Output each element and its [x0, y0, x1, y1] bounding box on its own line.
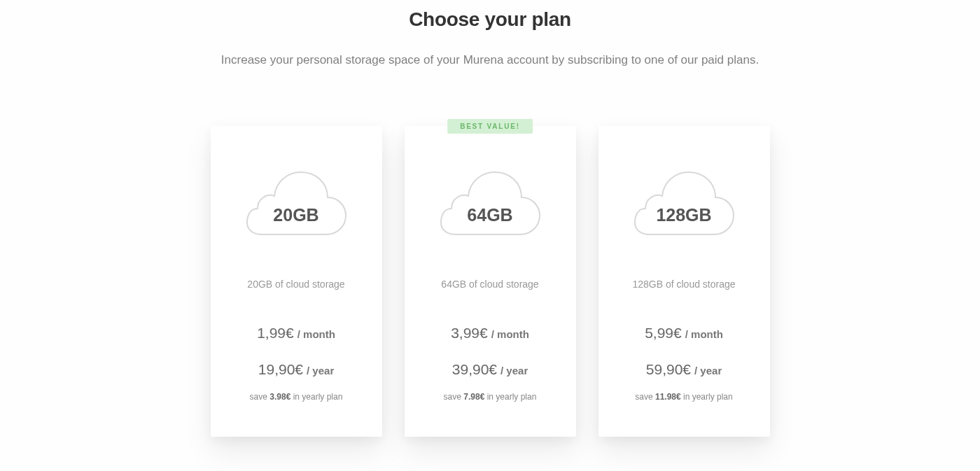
pricing-section: Choose your plan Increase your personal … [0, 0, 980, 437]
yearly-price: 39,90€ [452, 361, 497, 378]
yearly-price-row: 59,90€ / year [646, 361, 722, 378]
plan-size: 128GB [656, 205, 711, 225]
best-value-badge: BEST VALUE! [447, 119, 533, 134]
cloud-icon-wrap: 128GB [630, 168, 738, 244]
save-amount: 7.98€ [463, 392, 484, 402]
yearly-period: / year [307, 365, 334, 377]
cloud-icon-wrap: 20GB [242, 168, 351, 244]
save-amount: 11.98€ [655, 392, 681, 402]
yearly-price: 59,90€ [646, 361, 691, 378]
cloud-icon-wrap: 64GB [436, 168, 545, 244]
plan-description: 20GB of cloud storage [247, 279, 344, 290]
plan-card-20gb[interactable]: 20GB 20GB of cloud storage 1,99€ / month… [211, 126, 382, 437]
yearly-period: / year [694, 365, 722, 377]
yearly-price-row: 19,90€ / year [258, 361, 334, 378]
save-suffix: in yearly plan [681, 392, 733, 402]
monthly-period: / month [685, 328, 723, 340]
save-suffix: in yearly plan [290, 392, 342, 402]
yearly-price: 19,90€ [258, 361, 303, 378]
monthly-price: 1,99€ [257, 325, 294, 342]
plan-description: 128GB of cloud storage [632, 279, 735, 290]
plan-description: 64GB of cloud storage [441, 279, 538, 290]
monthly-price-row: 3,99€ / month [451, 325, 529, 342]
savings-text: save 3.98€ in yearly plan [250, 392, 343, 402]
page-title: Choose your plan [409, 8, 571, 31]
monthly-price-row: 5,99€ / month [645, 325, 723, 342]
plan-card-128gb[interactable]: 128GB 128GB of cloud storage 5,99€ / mon… [598, 126, 770, 437]
yearly-price-row: 39,90€ / year [452, 361, 528, 378]
monthly-price-row: 1,99€ / month [257, 325, 335, 342]
save-prefix: save [250, 392, 270, 402]
monthly-price: 3,99€ [451, 325, 488, 342]
monthly-period: / month [298, 328, 335, 340]
page-subtitle: Increase your personal storage space of … [221, 53, 759, 67]
plan-card-64gb[interactable]: BEST VALUE! 64GB 64GB of cloud storage 3… [405, 126, 576, 437]
save-prefix: save [444, 392, 464, 402]
monthly-price: 5,99€ [645, 325, 682, 342]
monthly-period: / month [491, 328, 529, 340]
plans-container: 20GB 20GB of cloud storage 1,99€ / month… [211, 126, 770, 437]
save-prefix: save [635, 392, 655, 402]
yearly-period: / year [500, 365, 528, 377]
save-suffix: in yearly plan [484, 392, 536, 402]
plan-size: 64GB [467, 205, 512, 225]
plan-size: 20GB [273, 205, 318, 225]
save-amount: 3.98€ [270, 392, 290, 402]
savings-text: save 7.98€ in yearly plan [444, 392, 537, 402]
savings-text: save 11.98€ in yearly plan [635, 392, 732, 402]
